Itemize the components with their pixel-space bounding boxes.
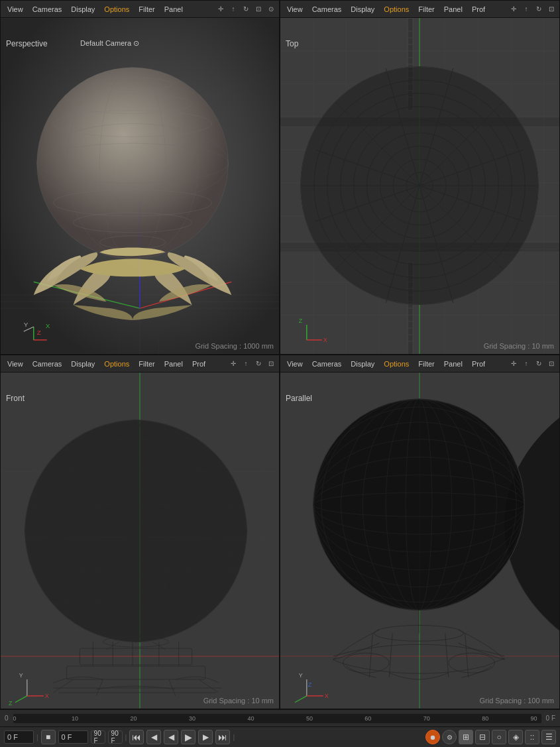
svg-text:Y: Y [24, 321, 28, 328]
perspective-camera-label: Default Camera ⊙ [80, 39, 139, 48]
timeline-bar: 0 0 10 20 30 40 50 60 70 80 90 0 F [0, 709, 560, 726]
vp-menu-cameras-4[interactable]: Cameras [308, 359, 346, 369]
vp-menu-view-1[interactable]: View [3, 4, 27, 15]
tick-20: 20 [130, 715, 137, 722]
vp-icon-move-4[interactable]: ✛ [508, 359, 519, 369]
vp-icon-up-1[interactable]: ↑ [228, 4, 239, 15]
tick-80: 80 [482, 715, 488, 722]
layout-btn-6[interactable]: ☰ [541, 730, 556, 744]
viewport-front[interactable]: View Cameras Display Options Filter Pane… [0, 355, 280, 709]
stop-button[interactable]: ■ [41, 730, 56, 744]
parallel-grid-spacing: Grid Spacing : 100 mm [480, 697, 555, 705]
timeline-end-frame: 0 F [544, 715, 557, 722]
vp-menu-filter-1[interactable]: Filter [135, 4, 158, 15]
perspective-render: Y Z X [1, 18, 279, 354]
viewport-top[interactable]: View Cameras Display Options Filter Pane… [280, 0, 560, 355]
layout-btn-1[interactable]: ⊞ [459, 730, 473, 744]
vp-menu-filter-3[interactable]: Filter [135, 359, 158, 369]
vp-menu-cameras-2[interactable]: Cameras [308, 4, 346, 15]
skip-to-end-button[interactable]: ⏭ [215, 730, 230, 744]
viewport-perspective[interactable]: View Cameras Display Options Filter Pane… [0, 0, 280, 355]
vp-icon-up-2[interactable]: ↑ [521, 4, 532, 15]
svg-text:X: X [325, 693, 329, 699]
tick-60: 60 [364, 715, 371, 722]
vp-menu-options-3[interactable]: Options [100, 359, 133, 369]
skip-to-start-button[interactable]: ⏮ [129, 730, 144, 744]
play-button[interactable]: ▶ [181, 730, 196, 744]
svg-text:X: X [323, 337, 327, 343]
top-grid-spacing: Grid Spacing : 10 mm [484, 342, 554, 350]
vp-menu-panel-1[interactable]: Panel [160, 4, 187, 15]
vp-icon-rotate-1[interactable]: ↻ [241, 4, 251, 15]
svg-text:X: X [46, 322, 50, 329]
vp-menu-options-1[interactable]: Options [100, 4, 133, 15]
vp-menu-cameras-3[interactable]: Cameras [28, 359, 66, 369]
viewport-header-front: View Cameras Display Options Filter Pane… [1, 355, 279, 373]
tick-50: 50 [306, 715, 313, 722]
vp-menu-panel-2[interactable]: Panel [440, 4, 467, 15]
vp-menu-options-2[interactable]: Options [380, 4, 413, 15]
perspective-view-label: Perspective [6, 39, 48, 48]
frame-current-input[interactable] [58, 730, 88, 744]
layout-btn-2[interactable]: ⊟ [475, 730, 490, 744]
next-button[interactable]: ▶ [198, 730, 213, 744]
vp-icon-move-1[interactable]: ✛ [215, 4, 226, 15]
vp-icon-fit-4[interactable]: ⊡ [546, 359, 557, 369]
separator-1: | [36, 734, 38, 741]
frame-end-display: 90 F [91, 730, 105, 744]
viewport-header-top: View Cameras Display Options Filter Pane… [280, 1, 559, 18]
svg-text:Z: Z [299, 317, 303, 324]
vp-icon-camera-1[interactable]: ⊙ [266, 4, 276, 15]
vp-menu-panel-4[interactable]: Panel [440, 359, 467, 369]
vp-icon-fit-1[interactable]: ⊡ [253, 4, 264, 15]
tick-0: 0 [13, 715, 17, 722]
vp-menu-prof-4[interactable]: Prof [468, 359, 489, 369]
front-view-label: Front [6, 394, 25, 403]
perspective-grid-spacing: Grid Spacing : 1000 mm [195, 342, 274, 350]
vp-menu-filter-4[interactable]: Filter [414, 359, 438, 369]
vp-menu-view-4[interactable]: View [283, 359, 307, 369]
vp-icon-up-3[interactable]: ↑ [241, 359, 251, 369]
viewport-parallel[interactable]: View Cameras Display Options Filter Pane… [280, 355, 560, 709]
timeline-track[interactable]: 0 10 20 30 40 50 60 70 80 90 [13, 714, 541, 723]
prev-button[interactable]: ◀ [164, 730, 178, 744]
layout-btn-4[interactable]: ◈ [508, 730, 523, 744]
vp-menu-options-4[interactable]: Options [380, 359, 413, 369]
layout-btn-3[interactable]: ○ [492, 730, 506, 744]
frame-start-input[interactable] [4, 730, 34, 744]
vp-icon-rotate-4[interactable]: ↻ [533, 359, 544, 369]
vp-menu-filter-2[interactable]: Filter [414, 4, 438, 15]
vp-menu-view-2[interactable]: View [283, 4, 307, 15]
parallel-render: Y Z X [280, 373, 559, 709]
vp-icon-up-4[interactable]: ↑ [521, 359, 532, 369]
vp-icon-fit-2[interactable]: ⊡ [546, 4, 557, 15]
viewport-parallel-content: Parallel [280, 373, 559, 709]
vp-icon-rotate-3[interactable]: ↻ [253, 359, 264, 369]
vp-icon-rotate-2[interactable]: ↻ [533, 4, 544, 15]
vp-menu-display-4[interactable]: Display [347, 359, 378, 369]
svg-point-233 [313, 399, 524, 610]
vp-menu-panel-3[interactable]: Panel [160, 359, 187, 369]
vp-icon-move-2[interactable]: ✛ [508, 4, 519, 15]
svg-text:X: X [45, 693, 49, 699]
vp-menu-view-3[interactable]: View [3, 359, 27, 369]
front-grid-spacing: Grid Spacing : 10 mm [203, 697, 274, 705]
vp-menu-display-3[interactable]: Display [67, 359, 99, 369]
settings-button[interactable]: ⚙ [442, 730, 457, 744]
vp-menu-cameras-1[interactable]: Cameras [28, 4, 66, 15]
prev-frame-button[interactable]: ◀ [146, 730, 161, 744]
svg-text:Z: Z [9, 700, 13, 707]
separator-3: | [233, 733, 235, 741]
vp-menu-display-2[interactable]: Display [347, 4, 378, 15]
vp-icon-fit-3[interactable]: ⊡ [266, 359, 276, 369]
vp-menu-prof-2[interactable]: Prof [468, 4, 489, 15]
vp-menu-display-1[interactable]: Display [67, 4, 99, 15]
svg-text:Y: Y [19, 672, 23, 679]
layout-btn-5[interactable]: :: [525, 730, 539, 744]
separator-2: | [125, 733, 127, 741]
vp-icon-move-3[interactable]: ✛ [228, 359, 239, 369]
record-button[interactable]: ⏺ [425, 730, 440, 744]
vp-menu-prof-3[interactable]: Prof [188, 359, 209, 369]
timeline-start-label: 0 [3, 715, 11, 722]
svg-text:Z: Z [308, 681, 312, 688]
